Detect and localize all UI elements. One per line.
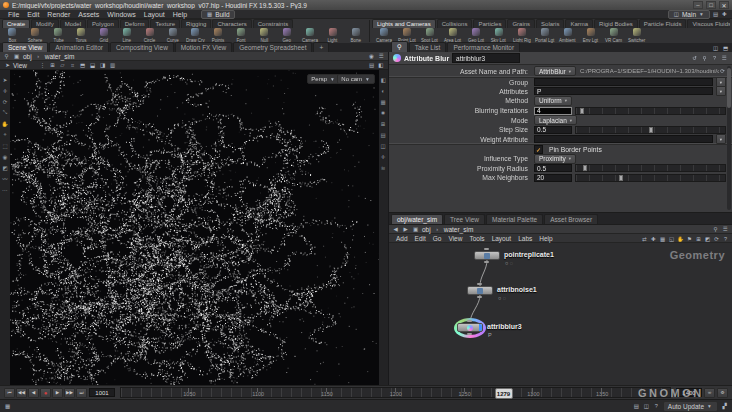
layout-icon[interactable]: ◧: [380, 76, 387, 83]
snap-icon[interactable]: ⌖: [2, 131, 9, 138]
param-menu-method[interactable]: Uniform▾: [534, 96, 572, 106]
shelf-tab-lights-and-cameras[interactable]: Lights and Cameras: [372, 19, 436, 28]
shelf-tool-env-lgt[interactable]: Env Lgt: [579, 28, 602, 43]
shelf-tool-tube[interactable]: Tube: [47, 28, 70, 43]
shelf-tool-line[interactable]: Line: [115, 28, 138, 43]
node-name-field[interactable]: attribblur3: [452, 53, 520, 63]
snap-multi-icon[interactable]: ⌗: [69, 62, 76, 69]
tab-take-list[interactable]: Take List: [409, 42, 447, 52]
flags-icon[interactable]: ⚑: [686, 235, 693, 242]
node-attribnoise1[interactable]: [467, 286, 493, 295]
net-path-obj[interactable]: obj: [422, 226, 431, 233]
param-slider-handle-proximity-radius[interactable]: [583, 165, 587, 171]
translate-icon[interactable]: ✛: [2, 87, 9, 94]
layout-nodes-icon[interactable]: ▦: [659, 235, 666, 242]
viewport-canvas[interactable]: [10, 70, 379, 385]
network-graph[interactable]: pointreplicate1○ ◌attribnoise1○ ◌attribb…: [389, 243, 732, 385]
crosshair-icon[interactable]: ✛: [380, 153, 387, 160]
shelf-tab-rigging[interactable]: Rigging: [181, 19, 211, 28]
net-tab-tree-view[interactable]: Tree View: [444, 214, 485, 224]
desktop-selector[interactable]: ▦ Build: [201, 10, 234, 19]
jump-end-button[interactable]: ⏭: [76, 388, 87, 398]
shelf-tool-bone[interactable]: Bone: [344, 28, 367, 43]
loop-button[interactable]: ∞: [704, 388, 715, 398]
snap-prims-icon[interactable]: ▱: [59, 62, 66, 69]
shelf-tab-polygon[interactable]: Polygon: [87, 19, 119, 28]
flipbook-icon[interactable]: ▥: [109, 62, 116, 69]
param-field-step-size[interactable]: 0.5: [534, 126, 572, 134]
prev-key-button[interactable]: ◀◀: [16, 388, 27, 398]
param-slider-handle-blurring-iterations[interactable]: [580, 108, 584, 114]
node-label-pointreplicate1[interactable]: pointreplicate1: [504, 251, 554, 258]
shelf-tool-sky-lgt[interactable]: Sky Lgt: [487, 28, 510, 43]
menu-render[interactable]: Render: [43, 11, 74, 18]
tab-scene-view[interactable]: Scene View: [2, 42, 48, 52]
auto-update-menu[interactable]: Auto Update ▾: [663, 401, 718, 412]
param-menu-button-attributes[interactable]: ▾: [716, 86, 726, 96]
menu-assets[interactable]: Assets: [74, 11, 103, 18]
camera-icon[interactable]: ◉: [2, 153, 9, 160]
shelf-tool-null[interactable]: Null: [253, 28, 276, 43]
net-menu-tools[interactable]: Tools: [466, 235, 487, 242]
grid-display-icon[interactable]: ⊞: [380, 120, 387, 127]
net-menu-icon[interactable]: ☰: [722, 226, 729, 233]
shelf-tab-viscous-fluids[interactable]: Viscous Fluids: [687, 19, 730, 28]
playback-settings-button[interactable]: ⚙: [717, 388, 728, 398]
parameters-scrollbar[interactable]: [727, 66, 731, 210]
param-menu-button-weight-attribute[interactable]: ▾: [716, 134, 726, 144]
minimize-button[interactable]: –: [693, 1, 703, 9]
shelf-tool-light-rig[interactable]: Light Rig: [510, 28, 533, 43]
shelf-tab-constraints[interactable]: Constraints: [253, 19, 293, 28]
add-pane-icon[interactable]: ✚: [721, 11, 728, 18]
net-menu-edit[interactable]: Edit: [412, 235, 429, 242]
select-icon[interactable]: ➤: [2, 76, 9, 83]
menu-layout[interactable]: Layout: [140, 11, 169, 18]
tab-animation-editor[interactable]: Animation Editor: [49, 42, 109, 52]
shelf-tab-collisions[interactable]: Collisions: [437, 19, 473, 28]
frame-range-start-field[interactable]: 1001: [89, 388, 115, 397]
param-field-group[interactable]: [534, 78, 713, 86]
param-field-weight-attribute[interactable]: [534, 135, 713, 143]
grid-snap-icon[interactable]: ⊞: [695, 235, 702, 242]
viewport-snapshot-icon[interactable]: ◧: [377, 62, 384, 69]
tool-arrow-icon[interactable]: ➤: [4, 62, 11, 69]
shelf-tool-font[interactable]: Font: [230, 28, 253, 43]
record-button[interactable]: ●: [40, 388, 51, 398]
net-path-water-sim[interactable]: water_sim: [444, 226, 474, 233]
shelf-tool-geo-lgt[interactable]: Geo Lgt: [464, 28, 487, 43]
param-field-attributes[interactable]: P: [534, 87, 713, 95]
param-slider-proximity-radius[interactable]: [575, 164, 726, 172]
camera-select-menu[interactable]: No cam ▾: [337, 74, 375, 84]
tab-performance-monitor[interactable]: Performance Monitor: [447, 42, 520, 52]
node-pointreplicate1[interactable]: [474, 251, 500, 260]
shelf-tab-karma[interactable]: Karma: [565, 19, 593, 28]
path-segment-obj[interactable]: obj: [23, 53, 32, 60]
shelf-tool-portal-lgt[interactable]: Portal Lgt: [533, 28, 556, 43]
net-menu-labs[interactable]: Labs: [515, 235, 535, 242]
snap-grid-icon[interactable]: ⊞: [49, 62, 56, 69]
tab-compositing-view[interactable]: Compositing View: [110, 42, 174, 52]
jump-start-button[interactable]: ⏮: [4, 388, 15, 398]
pane-split-icon[interactable]: ◫: [712, 45, 719, 52]
pan-icon[interactable]: ✋: [677, 235, 684, 242]
param-slider-blurring-iterations[interactable]: [575, 107, 726, 115]
shelf-tab-deform[interactable]: Deform: [120, 19, 150, 28]
scale-icon[interactable]: ⤡: [2, 109, 9, 116]
param-slider-handle-step-size[interactable]: [649, 127, 653, 133]
net-menu-go[interactable]: Go: [430, 235, 445, 242]
net-menu-help[interactable]: Help: [536, 235, 555, 242]
forward-icon[interactable]: ▶: [402, 226, 409, 233]
shelf-tab-particle-fluids[interactable]: Particle Fluids: [639, 19, 687, 28]
overview-icon[interactable]: ◱: [668, 235, 675, 242]
add-node-icon[interactable]: ✚: [650, 235, 657, 242]
wireframe-icon[interactable]: ▦: [380, 98, 387, 105]
current-frame-handle[interactable]: 1279: [495, 388, 513, 399]
param-field-blurring-iterations[interactable]: 4: [534, 107, 572, 115]
pane-maximize-icon[interactable]: ⬒: [722, 45, 729, 52]
shelf-tab-texture[interactable]: Texture: [150, 19, 180, 28]
shelf-tab-characters[interactable]: Characters: [212, 19, 251, 28]
rotate-icon[interactable]: ⟳: [2, 98, 9, 105]
tab-geometry-spreadsheet[interactable]: Geometry Spreadsheet: [233, 42, 312, 52]
net-tab-material-palette[interactable]: Material Palette: [486, 214, 543, 224]
shading-icon[interactable]: ◐: [380, 87, 387, 94]
